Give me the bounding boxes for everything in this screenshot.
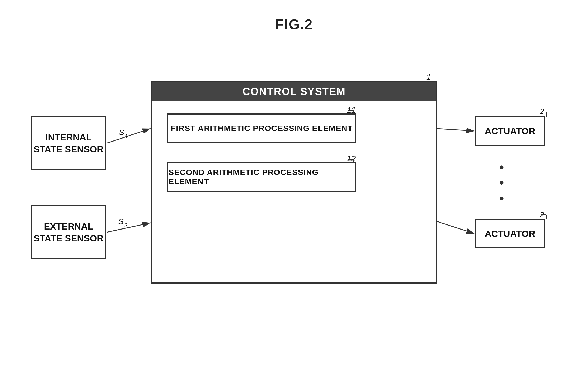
actuator-top-box: ACTUATOR: [475, 116, 545, 146]
external-sensor-label: EXTERNALSTATE SENSOR: [33, 220, 103, 244]
svg-text:S: S: [119, 128, 124, 137]
internal-sensor-label: INTERNALSTATE SENSOR: [33, 131, 103, 155]
svg-text:1: 1: [125, 133, 128, 140]
control-system-header: CONTROL SYSTEM: [152, 82, 436, 101]
diagram-container: FIG.2 INTERNALSTATE SENSOR EXTERNALSTATE…: [0, 0, 588, 387]
control-system-title: CONTROL SYSTEM: [243, 86, 346, 97]
second-processing-ref: 12: [347, 154, 356, 163]
second-processing-box: SECOND ARITHMETIC PROCESSING ELEMENT: [167, 162, 356, 192]
internal-state-sensor-box: INTERNALSTATE SENSOR: [31, 116, 106, 170]
svg-line-7: [437, 129, 474, 131]
svg-text:S: S: [118, 217, 124, 226]
actuator-bottom-box: ACTUATOR: [475, 219, 545, 248]
first-processing-box: FIRST ARITHMETIC PROCESSING ELEMENT: [167, 113, 356, 143]
svg-text:2: 2: [124, 222, 127, 229]
actuator-bottom-label: ACTUATOR: [485, 228, 535, 239]
first-processing-label: FIRST ARITHMETIC PROCESSING ELEMENT: [171, 124, 353, 133]
svg-line-4: [107, 223, 151, 232]
actuator-top-label: ACTUATOR: [485, 126, 535, 136]
dots: •••: [499, 159, 505, 206]
first-processing-ref: 11: [347, 105, 356, 115]
control-system-ref: 1: [426, 72, 431, 82]
actuator-bottom-ref: 2: [540, 210, 544, 219]
svg-line-1: [107, 129, 151, 143]
actuator-top-ref: 2: [540, 107, 544, 116]
second-processing-label: SECOND ARITHMETIC PROCESSING ELEMENT: [168, 168, 355, 186]
figure-title: FIG.2: [275, 16, 313, 32]
svg-line-8: [437, 221, 474, 234]
external-state-sensor-box: EXTERNALSTATE SENSOR: [31, 205, 106, 259]
